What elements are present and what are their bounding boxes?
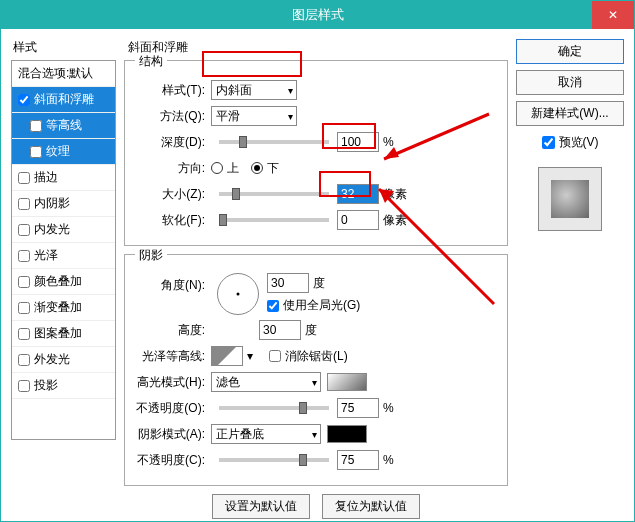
- structure-legend: 结构: [135, 53, 167, 70]
- style-item-label: 等高线: [46, 117, 82, 134]
- style-list-panel: 样式 混合选项:默认斜面和浮雕等高线纹理描边内阴影内发光光泽颜色叠加渐变叠加图案…: [11, 39, 116, 511]
- style-item-checkbox[interactable]: [18, 354, 30, 366]
- titlebar: 图层样式 ✕: [1, 1, 634, 29]
- shading-legend: 阴影: [135, 247, 167, 264]
- style-item-label: 光泽: [34, 247, 58, 264]
- style-item-colorOverlay[interactable]: 颜色叠加: [12, 269, 115, 295]
- new-style-button[interactable]: 新建样式(W)...: [516, 101, 624, 126]
- highlight-mode-select[interactable]: 滤色: [211, 372, 321, 392]
- highlight-opacity-input[interactable]: 75: [337, 398, 379, 418]
- style-item-texture[interactable]: 纹理: [12, 139, 115, 165]
- highlight-opacity-slider[interactable]: [219, 406, 329, 410]
- style-label: 样式(T):: [133, 82, 211, 99]
- depth-input[interactable]: 100: [337, 132, 379, 152]
- soften-slider[interactable]: [219, 218, 329, 222]
- depth-slider[interactable]: [219, 140, 329, 144]
- size-label: 大小(Z):: [133, 186, 211, 203]
- angle-label: 角度(N):: [133, 273, 211, 294]
- style-item-label: 混合选项:默认: [18, 65, 93, 82]
- shading-fieldset: 阴影 角度(N): 30 度 使用全局光(G) 高度: 30: [124, 254, 508, 486]
- gloss-contour-label: 光泽等高线:: [133, 348, 211, 365]
- style-item-label: 斜面和浮雕: [34, 91, 94, 108]
- style-select[interactable]: 内斜面: [211, 80, 297, 100]
- shadow-color-swatch[interactable]: [327, 425, 367, 443]
- style-item-satin[interactable]: 光泽: [12, 243, 115, 269]
- style-item-checkbox[interactable]: [18, 328, 30, 340]
- settings-panel: 斜面和浮雕 结构 样式(T): 内斜面 方法(Q): 平滑 深度(D): 100…: [124, 39, 508, 511]
- size-input[interactable]: 32: [337, 184, 379, 204]
- style-item-patOverlay[interactable]: 图案叠加: [12, 321, 115, 347]
- style-item-bevel[interactable]: 斜面和浮雕: [12, 87, 115, 113]
- style-item-dropShadow[interactable]: 投影: [12, 373, 115, 399]
- preview-checkbox[interactable]: 预览(V): [516, 134, 624, 151]
- shadow-opacity-label: 不透明度(C):: [133, 452, 211, 469]
- preview-box: [538, 167, 602, 231]
- style-item-innerShadow[interactable]: 内阴影: [12, 191, 115, 217]
- style-item-label: 内阴影: [34, 195, 70, 212]
- close-icon: ✕: [608, 8, 618, 22]
- altitude-label: 高度:: [133, 322, 211, 339]
- gloss-contour-picker[interactable]: [211, 346, 243, 366]
- make-default-button[interactable]: 设置为默认值: [212, 494, 310, 519]
- style-item-gradOverlay[interactable]: 渐变叠加: [12, 295, 115, 321]
- angle-picker[interactable]: [217, 273, 259, 315]
- style-item-checkbox[interactable]: [18, 224, 30, 236]
- style-item-label: 渐变叠加: [34, 299, 82, 316]
- altitude-input[interactable]: 30: [259, 320, 301, 340]
- shadow-mode-label: 阴影模式(A):: [133, 426, 211, 443]
- style-item-checkbox[interactable]: [18, 380, 30, 392]
- style-item-checkbox[interactable]: [18, 302, 30, 314]
- chevron-down-icon[interactable]: ▾: [247, 349, 253, 363]
- soften-label: 软化(F):: [133, 212, 211, 229]
- direction-up-radio[interactable]: 上: [211, 160, 239, 177]
- window-title: 图层样式: [292, 6, 344, 24]
- direction-label: 方向:: [133, 160, 211, 177]
- technique-select[interactable]: 平滑: [211, 106, 297, 126]
- reset-default-button[interactable]: 复位为默认值: [322, 494, 420, 519]
- angle-input[interactable]: 30: [267, 273, 309, 293]
- structure-fieldset: 结构 样式(T): 内斜面 方法(Q): 平滑 深度(D): 100 % 方向:: [124, 60, 508, 246]
- soften-input[interactable]: 0: [337, 210, 379, 230]
- antialias-checkbox[interactable]: 消除锯齿(L): [269, 348, 348, 365]
- style-item-checkbox[interactable]: [18, 250, 30, 262]
- style-item-blend[interactable]: 混合选项:默认: [12, 61, 115, 87]
- soften-unit: 像素: [383, 212, 407, 229]
- style-list: 混合选项:默认斜面和浮雕等高线纹理描边内阴影内发光光泽颜色叠加渐变叠加图案叠加外…: [11, 60, 116, 440]
- style-item-label: 纹理: [46, 143, 70, 160]
- style-item-label: 内发光: [34, 221, 70, 238]
- shadow-mode-select[interactable]: 正片叠底: [211, 424, 321, 444]
- style-item-label: 外发光: [34, 351, 70, 368]
- style-item-label: 颜色叠加: [34, 273, 82, 290]
- global-light-checkbox[interactable]: 使用全局光(G): [267, 297, 360, 314]
- group-title: 斜面和浮雕: [124, 39, 508, 56]
- style-item-stroke[interactable]: 描边: [12, 165, 115, 191]
- style-item-innerGlow[interactable]: 内发光: [12, 217, 115, 243]
- style-item-checkbox[interactable]: [30, 146, 42, 158]
- highlight-color-swatch[interactable]: [327, 373, 367, 391]
- cancel-button[interactable]: 取消: [516, 70, 624, 95]
- style-item-label: 描边: [34, 169, 58, 186]
- size-unit: 像素: [383, 186, 407, 203]
- preview-thumbnail: [551, 180, 589, 218]
- layer-style-dialog: 图层样式 ✕ 样式 混合选项:默认斜面和浮雕等高线纹理描边内阴影内发光光泽颜色叠…: [0, 0, 635, 522]
- ok-button[interactable]: 确定: [516, 39, 624, 64]
- direction-down-radio[interactable]: 下: [251, 160, 279, 177]
- style-item-checkbox[interactable]: [18, 198, 30, 210]
- style-item-outerGlow[interactable]: 外发光: [12, 347, 115, 373]
- style-item-label: 图案叠加: [34, 325, 82, 342]
- depth-label: 深度(D):: [133, 134, 211, 151]
- highlight-opacity-label: 不透明度(O):: [133, 400, 211, 417]
- style-item-contour[interactable]: 等高线: [12, 113, 115, 139]
- style-item-label: 投影: [34, 377, 58, 394]
- style-item-checkbox[interactable]: [18, 172, 30, 184]
- style-item-checkbox[interactable]: [18, 276, 30, 288]
- shadow-opacity-input[interactable]: 75: [337, 450, 379, 470]
- style-item-checkbox[interactable]: [18, 94, 30, 106]
- depth-unit: %: [383, 135, 394, 149]
- style-item-checkbox[interactable]: [30, 120, 42, 132]
- technique-label: 方法(Q):: [133, 108, 211, 125]
- shadow-opacity-slider[interactable]: [219, 458, 329, 462]
- close-button[interactable]: ✕: [592, 1, 634, 29]
- size-slider[interactable]: [219, 192, 329, 196]
- highlight-mode-label: 高光模式(H):: [133, 374, 211, 391]
